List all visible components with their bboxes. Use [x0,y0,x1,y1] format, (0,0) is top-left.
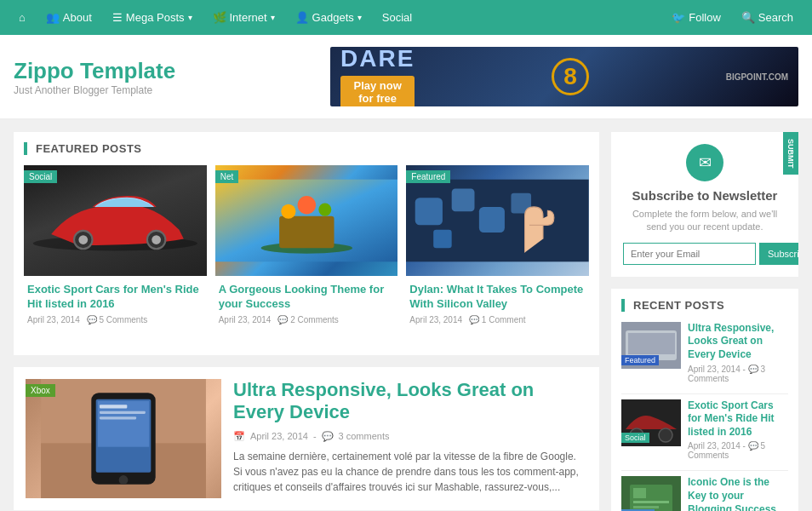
newsletter-corner: SUBMIT [783,132,798,175]
calendar-icon: 📅 [233,431,245,442]
card-tag-3: Featured [406,170,450,183]
nav-gadgets[interactable]: 👤 Gadgets ▾ [285,0,372,35]
nav-search[interactable]: 🔍 Search [731,0,803,35]
comment-icon-3: 💬 [469,315,479,324]
card-meta-1: April 23, 2014 💬 5 Comments [27,315,203,324]
recent-tag-1: Featured [621,355,659,365]
card-date-1: April 23, 2014 [27,315,80,324]
recent-thumb-2: Social [621,399,681,446]
big-post-body: Ultra Responsive, Looks Great on Every D… [233,379,587,498]
recent-title-3[interactable]: Iconic One is the Key to your Blogging S… [688,476,788,511]
comment-icon-r2: 💬 [748,441,758,451]
card-date-2: April 23, 2014 [219,315,272,324]
banner-right-text: BIGPOINT.COM [726,72,788,82]
comment-icon-2: 💬 [277,315,288,324]
featured-card-2: Net [215,165,398,331]
banner-ad[interactable]: DARE Play nowfor free 8 BIGPOINT.COM [330,47,798,106]
nav-follow[interactable]: 🐦 Follow [661,0,731,35]
svg-point-8 [281,204,295,219]
card-title-3[interactable]: Dylan: What It Takes To Compete With Sil… [409,283,586,312]
subscribe-button[interactable]: Subscribe [759,243,798,265]
movie-illustration [215,165,398,276]
comment-icon-big: 💬 [322,431,334,442]
main-layout: FEATURED POSTS Social [0,120,812,511]
home-icon: ⌂ [19,0,26,35]
big-post-tag: Xbox [26,384,55,397]
svg-point-25 [119,475,129,485]
svg-point-10 [318,204,331,216]
featured-section: FEATURED POSTS Social [14,132,599,355]
twitter-icon: 🐦 [672,0,685,35]
featured-grid: Social Exotic Sport [24,165,589,331]
svg-rect-22 [100,405,127,408]
recent-posts-box: RECENT POSTS Featured Ultra Responsive, … [611,289,798,511]
newsletter-form: Subscribe [623,243,786,265]
card-title-2[interactable]: A Gorgeous Looking Theme for your Succes… [219,283,395,312]
recent-posts-title: RECENT POSTS [621,299,788,312]
big-post-text: La semaine dernière, certainement volé p… [233,449,587,495]
arrow-down-icon: ▾ [357,0,362,35]
users-icon: 👥 [46,0,60,35]
recent-title-2[interactable]: Exotic Sport Cars for Men's Ride Hit lis… [688,399,788,439]
divider-2 [621,470,788,471]
recent-post-item-2: Social Exotic Sport Cars for Men's Ride … [621,399,788,461]
main-nav: ⌂ 👥 About ☰ Mega Posts ▾ 🌿 Internet ▾ 👤 … [0,0,812,35]
newsletter-desc: Complete the form below, and we'll send … [623,208,786,234]
svg-rect-36 [633,506,659,508]
card-comments-3: 💬 1 Comment [469,315,525,324]
banner-play-btn[interactable]: Play nowfor free [340,76,415,106]
recent-thumb-1: Featured [621,322,681,369]
newsletter-title: Subscribe to Newsletter [623,188,786,203]
recent-meta-2: April 23, 2014 - 💬 5 Comments [688,441,788,460]
recent-img-3 [621,476,681,511]
banner-logo: 8 [552,58,589,95]
svg-rect-34 [633,488,646,498]
search-icon: 🔍 [741,0,755,35]
svg-rect-23 [100,411,146,413]
banner-left: DARE Play nowfor free [340,47,415,106]
card-image-1: Social [24,165,207,276]
nav-home[interactable]: ⌂ [9,0,36,35]
card-image-3: Featured [406,165,589,276]
big-post: Xbox [14,367,599,510]
svg-rect-35 [633,501,669,503]
big-post-img-box: Xbox [26,379,221,498]
nav-internet[interactable]: 🌿 Internet ▾ [203,0,285,35]
arrow-down-icon: ▾ [188,0,192,35]
svg-rect-15 [479,207,505,233]
recent-title-1[interactable]: Ultra Responsive, Looks Great on Every D… [688,322,788,362]
site-header: Zippo Template Just Another Blogger Temp… [0,35,812,120]
recent-meta-1: April 23, 2014 - 💬 3 Comments [688,365,788,383]
featured-title: FEATURED POSTS [24,142,589,155]
featured-card-3: Featured [406,165,589,331]
comment-icon-r1: 💬 [748,365,758,374]
svg-point-2 [78,235,88,244]
recent-tag-2: Social [621,433,649,443]
divider-1 [621,393,788,394]
recent-body-3: Iconic One is the Key to your Blogging S… [688,476,788,511]
svg-point-31 [659,428,672,442]
nav-about[interactable]: 👥 About [36,0,102,35]
card-image-2: Net [215,165,398,276]
nav-right: 🐦 Follow 🔍 Search [661,0,803,35]
comment-icon: 💬 [87,315,97,324]
card-comments-1: 💬 5 Comments [87,315,147,324]
svg-rect-12 [415,198,443,225]
big-post-image: Xbox [26,379,221,498]
recent-body-2: Exotic Sport Cars for Men's Ride Hit lis… [688,399,788,461]
sidebar: SUBMIT ✉ Subscribe to Newsletter Complet… [611,132,798,511]
leaf-icon: 🌿 [213,0,226,35]
arrow-down-icon: ▾ [271,0,275,35]
svg-rect-13 [452,188,475,211]
dash: - [313,431,317,441]
big-post-title[interactable]: Ultra Responsive, Looks Great on Every D… [233,379,587,424]
card-title-1[interactable]: Exotic Sport Cars for Men's Ride Hit lis… [27,283,203,312]
nav-mega-posts[interactable]: ☰ Mega Posts ▾ [102,0,203,35]
svg-point-9 [297,196,315,214]
card-meta-2: April 23, 2014 💬 2 Comments [219,315,395,324]
content-area: FEATURED POSTS Social [14,132,599,511]
card-date-3: April 23, 2014 [409,315,462,324]
brand: Zippo Template Just Another Blogger Temp… [14,58,330,96]
nav-social[interactable]: Social [372,0,422,35]
email-input[interactable] [623,243,756,265]
